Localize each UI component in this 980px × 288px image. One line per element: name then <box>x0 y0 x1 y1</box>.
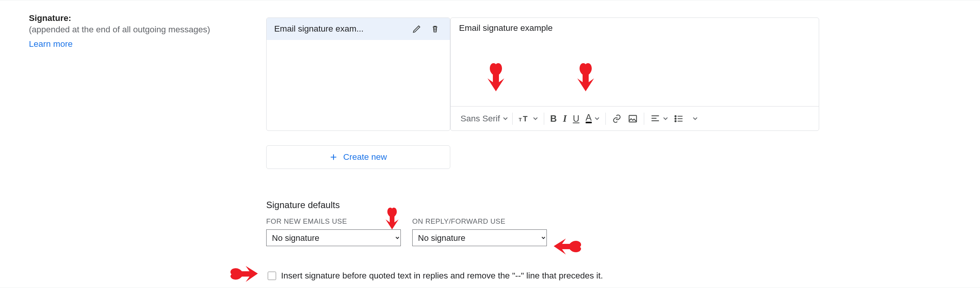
svg-point-4 <box>675 118 676 119</box>
insert-before-quoted-label: Insert signature before quoted text in r… <box>281 271 603 281</box>
underline-button[interactable]: U <box>570 111 582 126</box>
for-new-label: FOR NEW EMAILS USE <box>266 217 401 226</box>
signature-title: Signature: <box>29 13 219 23</box>
learn-more-link[interactable]: Learn more <box>29 39 219 49</box>
svg-point-5 <box>675 120 676 121</box>
font-size-picker[interactable]: T T <box>515 111 541 126</box>
bold-button[interactable]: B <box>547 111 560 126</box>
edit-icon[interactable] <box>410 22 424 36</box>
annotation-arrow <box>228 264 258 285</box>
more-formatting-button[interactable] <box>687 111 700 126</box>
italic-button[interactable]: I <box>560 111 570 126</box>
toolbar-separator <box>605 113 606 125</box>
on-reply-label: ON REPLY/FORWARD USE <box>412 217 547 226</box>
svg-text:T: T <box>519 117 522 123</box>
defaults-heading: Signature defaults <box>266 200 722 210</box>
svg-point-3 <box>675 115 676 116</box>
insert-image-button[interactable] <box>625 111 641 126</box>
signature-name: Email signature exam... <box>274 24 410 34</box>
for-new-select[interactable]: No signature <box>266 229 401 246</box>
plus-icon <box>329 153 338 161</box>
editor-toolbar: Sans Serif T T B I U A <box>451 106 819 130</box>
align-button[interactable] <box>647 111 671 126</box>
text-color-button[interactable]: A <box>582 111 602 126</box>
toolbar-separator <box>544 113 544 125</box>
signature-subtitle: (appended at the end of all outgoing mes… <box>29 25 219 35</box>
create-new-signature-button[interactable]: Create new <box>266 145 450 169</box>
delete-icon[interactable] <box>428 22 442 36</box>
list-button[interactable] <box>671 111 687 126</box>
svg-text:T: T <box>523 115 527 123</box>
toolbar-separator <box>644 113 644 125</box>
insert-before-quoted-row: Insert signature before quoted text in r… <box>266 270 603 281</box>
insert-before-quoted-checkbox[interactable] <box>268 272 276 280</box>
insert-link-button[interactable] <box>609 111 625 126</box>
font-family-picker[interactable]: Sans Serif <box>458 111 509 126</box>
on-reply-select[interactable]: No signature <box>412 229 547 246</box>
signature-description: Signature: (appended at the end of all o… <box>29 13 219 49</box>
signature-list-panel: Email signature exam... <box>266 18 450 131</box>
signature-list-item[interactable]: Email signature exam... <box>267 18 450 40</box>
signature-defaults: Signature defaults FOR NEW EMAILS USE No… <box>266 200 722 246</box>
toolbar-separator <box>512 113 512 125</box>
signature-editor: Email signature example Sans Serif T T B… <box>450 18 819 131</box>
signature-editor-body[interactable]: Email signature example <box>451 18 819 106</box>
